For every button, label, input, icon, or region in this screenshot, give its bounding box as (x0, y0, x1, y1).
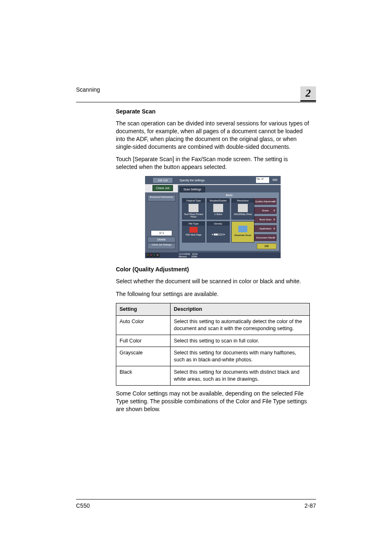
instruction-text: Specify the settings. (180, 178, 205, 182)
paragraph: The following four settings are availabl… (116, 290, 310, 298)
copy-count-label: No. of (256, 177, 269, 183)
memory-value: 100% (191, 255, 197, 258)
check-settings-button[interactable]: Check Job Settings (148, 243, 175, 249)
simplex-duplex-button[interactable]: Simplex/Duplex 1-Sided (207, 198, 230, 220)
application-button[interactable]: Application (254, 225, 277, 232)
section-title-color: Color (Quality Adjustment) (116, 266, 310, 273)
settings-plate: Basic Original Type Text/ Photo Printed … (180, 192, 279, 251)
page-indicator: 1/ 1 (151, 230, 172, 236)
col-setting: Setting (116, 303, 171, 315)
setting-desc: Select this setting to scan in full colo… (171, 335, 310, 347)
paragraph: Some Color settings may not be available… (116, 390, 310, 413)
toner-y-icon: Y (147, 253, 150, 257)
broadcast-dest-button[interactable]: Broadcast Destinations (148, 195, 175, 201)
chapter-number: 2 (300, 86, 316, 102)
paragraph: Touch [Separate Scan] in the Fax/Scan mo… (116, 155, 310, 171)
shot-right-panel: Scan Settings Basic Original Type Text/ … (178, 185, 281, 252)
separate-scan-icon (238, 226, 247, 232)
footer-model: C550 (76, 502, 90, 509)
pdf-icon (189, 227, 198, 233)
original-type-button[interactable]: Original Type Text/ Photo Printed Photo (182, 198, 205, 220)
setting-name: Black (116, 366, 171, 386)
col-description: Description (171, 303, 310, 315)
setting-name: Grayscale (116, 347, 171, 366)
cell-caption: Text/ Photo Printed Photo (182, 213, 205, 218)
setting-desc: Select this setting for documents with m… (171, 347, 310, 366)
toner-m-icon: M (150, 253, 153, 257)
table-row: Black Select this setting for documents … (116, 366, 310, 386)
paragraph: Select whether the document will be scan… (116, 278, 310, 285)
color-settings-table: Setting Description Auto Color Select th… (116, 303, 310, 386)
separate-scan-button[interactable]: Separate Scan (231, 221, 254, 243)
paragraph: The scan operation can be divided into s… (116, 120, 310, 151)
cell-caption: PDF Multi Page (182, 234, 205, 236)
cell-caption: 1-Sided (207, 213, 229, 215)
ok-button[interactable]: OK (257, 243, 277, 249)
shot-topbar: Job List Specify the settings. No. of 00… (145, 176, 281, 184)
cell-caption: 200x200dpi (Fine) (232, 213, 254, 215)
footer-rule (76, 499, 316, 500)
resolution-button[interactable]: Resolution 200x200dpi (Fine) (231, 198, 254, 220)
cell-header: Resolution (232, 199, 254, 203)
memory-label: Memory (179, 255, 187, 258)
settings-grid: Original Type Text/ Photo Printed Photo … (182, 198, 253, 248)
section-title-separate-scan: Separate Scan (116, 108, 310, 116)
book-scan-button[interactable]: Book Scan (254, 216, 277, 223)
table-row: Grayscale Select this setting for docume… (116, 347, 310, 366)
table-row: Full Color Select this setting to scan i… (116, 335, 310, 347)
table-row: Auto Color Select this setting to automa… (116, 315, 310, 335)
document-name-button[interactable]: Document Name (254, 234, 277, 241)
cell-header: Original Type (182, 199, 205, 203)
original-type-icon (189, 204, 198, 212)
density-scale: ◄ ▮▮▮▮▯▯▯▯▯ ► (207, 233, 229, 236)
cell-header: Simplex/Duplex (207, 199, 229, 203)
job-list-button[interactable]: Job List (152, 177, 173, 183)
datetime-block: 11/17/2006 19:52 Memory 100% (179, 253, 198, 258)
footer-page: 2-87 (304, 502, 316, 509)
setting-desc: Select this setting to automatically det… (171, 315, 310, 335)
delete-button[interactable]: Delete (148, 237, 175, 243)
shot-left-panel: Broadcast Destinations 1/ 1 Delete Check… (145, 192, 178, 252)
running-head: Scanning (76, 86, 100, 93)
cell-header: File Type (182, 222, 205, 226)
copy-count-value: 000 (272, 178, 277, 182)
header-rule (76, 102, 316, 102)
check-job-button[interactable]: Check Job (152, 185, 173, 191)
setting-name: Auto Color (116, 315, 171, 335)
setting-desc: Select this setting for documents with d… (171, 366, 310, 386)
shot-status-bar: YMCK 11/17/2006 19:52 Memory 100% (145, 252, 281, 258)
cell-header: Density (207, 222, 229, 226)
toner-indicators: YMCK (147, 253, 160, 257)
file-type-button[interactable]: File Type PDF Multi Page (182, 221, 205, 243)
table-header-row: Setting Description (116, 303, 310, 315)
basic-label: Basic (226, 193, 233, 197)
resolution-icon (238, 204, 248, 212)
device-screenshot: Job List Specify the settings. No. of 00… (145, 176, 281, 258)
toner-c-icon: C (153, 253, 156, 257)
density-button[interactable]: Density ◄ ▮▮▮▮▯▯▯▯▯ ► (207, 221, 230, 243)
cell-caption: Separate Scan (232, 234, 254, 236)
scan-settings-tab[interactable]: Scan Settings (180, 187, 205, 192)
erase-button[interactable]: Erase (254, 207, 277, 214)
side-buttons: Quality Adjustment Erase Book Scan Appli… (254, 198, 277, 243)
simplex-icon (213, 204, 223, 212)
toner-k-icon: K (157, 253, 159, 257)
setting-name: Full Color (116, 335, 171, 347)
quality-adjustment-button[interactable]: Quality Adjustment (254, 198, 277, 205)
